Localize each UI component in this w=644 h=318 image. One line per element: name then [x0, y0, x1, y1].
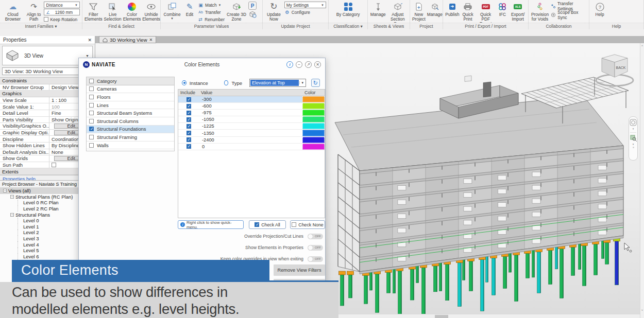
color-swatch[interactable]	[302, 144, 325, 150]
value-row[interactable]: -2400	[178, 137, 325, 144]
provision-for-voids-button[interactable]: Provision for Voids	[531, 1, 549, 22]
steering-wheel-icon[interactable]	[630, 119, 637, 126]
my-settings-select[interactable]: My Settings▼	[284, 2, 326, 8]
include-checkbox[interactable]	[187, 144, 191, 149]
include-checkbox[interactable]	[187, 131, 191, 135]
pin-icon[interactable]: ↗	[305, 61, 312, 68]
checkbox-icon[interactable]	[89, 143, 94, 148]
instance-radio[interactable]	[182, 80, 187, 85]
toggle-switch[interactable]: OFF	[308, 245, 323, 251]
tree-item-level-1[interactable]: Level 1	[0, 224, 81, 230]
value-row[interactable]: -600	[178, 103, 325, 110]
color-elements-button[interactable]: Color Elements	[123, 1, 141, 22]
check-all-button[interactable]: Check All	[249, 220, 286, 229]
include-checkbox[interactable]	[187, 137, 191, 142]
category-row-structural-foundations[interactable]: Structural Foundations	[87, 126, 174, 134]
combine-button[interactable]: Combine ▼	[163, 1, 181, 21]
color-swatch[interactable]	[302, 130, 325, 136]
distance-value-input[interactable]: ∠ 1260 mm	[44, 9, 80, 15]
keep-rotation-checkbox[interactable]: Keep Rotation	[44, 16, 80, 23]
group-label-help[interactable]: Help	[589, 23, 643, 29]
renumber-button[interactable]: ⇄Renumber	[198, 16, 225, 23]
checkbox-icon[interactable]	[89, 111, 94, 115]
transfer-button[interactable]: AbTransfer	[198, 9, 225, 15]
viewcube[interactable]: BACK	[591, 50, 638, 91]
category-row-structural-framing[interactable]: Structural Framing	[87, 133, 174, 142]
by-category-button[interactable]: By Category	[334, 1, 363, 17]
minimize-icon[interactable]: −	[296, 61, 302, 68]
tab-close-icon[interactable]: ✕	[149, 38, 153, 42]
scroll-up-icon[interactable]: ˄	[640, 44, 644, 47]
group-label-sheets-views[interactable]: Sheets & Views	[368, 23, 410, 29]
tree-item-level-2[interactable]: Level 2	[0, 229, 81, 236]
tree-item-level-5[interactable]: Level 5	[0, 248, 81, 254]
vertical-scrollbar[interactable]: ˄ ˅	[640, 43, 644, 318]
properties-close-icon[interactable]: ✕	[88, 38, 92, 43]
color-swatch[interactable]	[302, 116, 325, 122]
create-3d-zone-button[interactable]: Create 3D Zone	[226, 1, 247, 22]
group-label-project[interactable]: Project	[410, 23, 443, 29]
help-button[interactable]: ? Help	[591, 1, 608, 17]
checkbox-icon[interactable]	[89, 79, 94, 83]
publish-button[interactable]: ➔ Publish	[445, 1, 460, 17]
tree-item-level-6[interactable]: Level 6	[0, 254, 81, 260]
scrollbar-thumb[interactable]	[435, 315, 448, 318]
checkbox-icon[interactable]	[89, 86, 94, 91]
checkbox-icon[interactable]	[89, 135, 94, 139]
model-box-icon[interactable]	[248, 10, 260, 21]
value-row[interactable]: -975	[178, 110, 325, 116]
tree-item-level-2-rc-plan[interactable]: Level 2 RC Plan	[0, 206, 81, 212]
cloud-browser-button[interactable]: ☁ Cloud Browser	[2, 1, 24, 22]
type-radio[interactable]	[224, 80, 229, 85]
group-label-find-select[interactable]: Find & Select	[82, 23, 160, 29]
dialog-titlebar[interactable]: N NAVIATE Color Elements i − ↗ ✕	[79, 58, 325, 70]
export-import-button[interactable]: XLS Export/ Import	[510, 1, 526, 22]
category-header-row[interactable]: Category	[87, 77, 174, 85]
tree-item-level-0-rc-plan[interactable]: Level 0 RC Plan	[0, 200, 81, 206]
color-swatch[interactable]	[302, 110, 325, 116]
quick-print-button[interactable]: Quick Print	[461, 1, 474, 22]
group-label-classification[interactable]: Classification ▾	[329, 23, 367, 29]
tree-item-level-3[interactable]: Level 3	[0, 236, 81, 242]
include-checkbox[interactable]	[187, 111, 191, 115]
update-now-button[interactable]: ↻ Update Now	[265, 1, 283, 22]
close-icon[interactable]: ✕	[314, 61, 321, 68]
color-swatch[interactable]	[302, 123, 325, 129]
configure-button[interactable]: ⚙ Configure	[284, 9, 326, 15]
remove-view-filters-button[interactable]: Remove View Filters	[274, 264, 325, 276]
filter-elements-button[interactable]: Filter Elements	[84, 1, 103, 22]
ifc-button[interactable]: IFC	[497, 1, 508, 17]
refresh-button[interactable]: ↻	[311, 79, 320, 87]
checkbox-icon[interactable]	[89, 119, 94, 123]
value-row[interactable]: 0	[178, 144, 325, 150]
parameter-dropdown[interactable]: Elevation at Top ▼	[249, 79, 306, 87]
distance-select[interactable]: Distance▼	[44, 2, 80, 8]
color-swatch[interactable]	[302, 137, 325, 143]
collapse-icon[interactable]: −	[3, 189, 7, 192]
scroll-down-icon[interactable]: ˅	[640, 309, 644, 312]
checkbox-icon[interactable]	[89, 95, 94, 99]
align-to-path-button[interactable]: ↷ Align to Path	[25, 1, 43, 22]
quick-menu-note[interactable]: i Right click to show quick-menu.	[178, 220, 244, 229]
view-type-dropdown[interactable]: 3D View: 3D Working View ∨	[2, 67, 83, 75]
color-swatch[interactable]	[302, 103, 325, 109]
value-row[interactable]: -1225	[178, 123, 325, 130]
value-row[interactable]: -1350	[178, 130, 325, 136]
collapse-icon[interactable]: −	[10, 213, 14, 217]
tree-item-level-0[interactable]: Level 0	[0, 218, 81, 224]
check-none-button[interactable]: Check None	[290, 220, 325, 229]
value-row[interactable]: -1050	[178, 116, 325, 123]
category-row-lines[interactable]: Lines	[87, 101, 174, 110]
color-swatch[interactable]	[302, 96, 325, 102]
collapse-icon[interactable]: −	[10, 195, 14, 199]
tree-item-structural-plans-rc-plan-[interactable]: −Structural Plans (RC Plan)	[0, 194, 81, 200]
checkbox-icon[interactable]	[89, 103, 94, 108]
transfer-settings-button[interactable]: Transfer Settings	[551, 3, 587, 9]
scope-box-sync-button[interactable]: Scope Box Sync	[551, 11, 587, 18]
category-row-structural-columns[interactable]: Structural Columns	[87, 117, 174, 126]
navigation-bar[interactable]: ▾ ▾	[629, 116, 638, 161]
toggle-switch[interactable]: OFF	[308, 256, 323, 262]
group-label-print-export[interactable]: Print / Export / Import	[443, 23, 528, 29]
group-label-update-project[interactable]: Update Project	[263, 23, 328, 29]
include-checkbox[interactable]	[187, 97, 191, 102]
